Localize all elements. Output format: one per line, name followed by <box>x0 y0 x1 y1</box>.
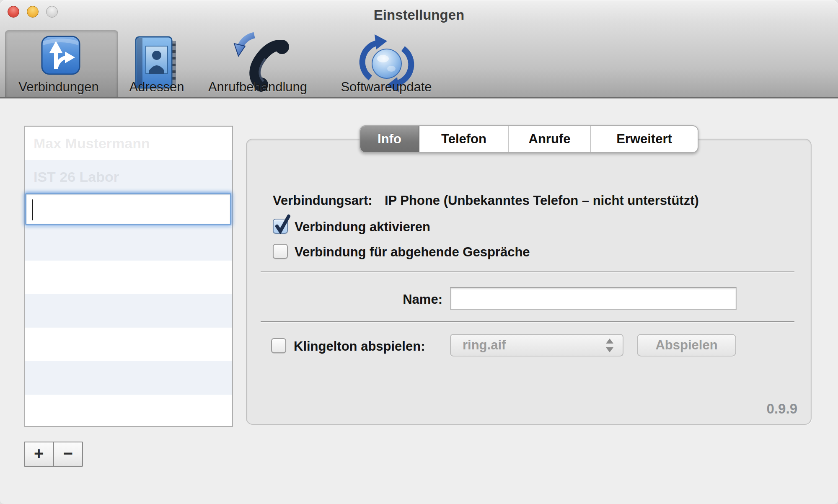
text-caret <box>32 199 33 220</box>
tab-erweitert[interactable]: Erweitert <box>591 126 698 152</box>
list-row[interactable] <box>25 361 232 395</box>
connection-type-value: IP Phone (Unbekanntes Telefon – nicht un… <box>385 193 699 208</box>
preferences-window: Einstellungen Verbindungen <box>0 0 838 504</box>
name-field-wrap <box>450 287 737 310</box>
outgoing-connection-checkbox[interactable] <box>273 244 288 259</box>
name-label: Name: <box>359 292 442 307</box>
outgoing-connection-label: Verbindung für abgehende Gespräche <box>295 245 530 260</box>
popup-stepper-icon <box>606 339 613 353</box>
connection-type-row: Verbindungsart: <box>273 193 372 208</box>
window-header: Einstellungen Verbindungen <box>0 0 838 98</box>
version-text: 0.9.9 <box>630 401 797 417</box>
add-connection-button[interactable]: + <box>25 442 54 466</box>
toolbar-item-label: Anrufbehandlung <box>197 79 318 96</box>
separator <box>261 271 794 272</box>
list-action-buttons: + − <box>24 442 83 467</box>
tab-anrufe[interactable]: Anrufe <box>509 126 591 152</box>
list-row[interactable] <box>25 227 232 261</box>
list-item-connection[interactable]: IST 26 Labor <box>34 160 119 194</box>
connection-type-label: Verbindungsart: <box>273 193 372 208</box>
play-ringtone-checkbox[interactable] <box>271 338 286 353</box>
connection-name-edit-input[interactable] <box>31 197 225 222</box>
play-button[interactable]: Abspielen <box>637 334 736 357</box>
ringtone-select[interactable]: ring.aif <box>450 334 623 357</box>
separator <box>261 321 794 322</box>
activate-connection-checkbox[interactable] <box>273 219 288 234</box>
toolbar-item-label: Softwareupdate <box>325 79 448 96</box>
toolbar-item-label: Verbindungen <box>5 79 112 96</box>
toolbar-item-label: Adressen <box>123 79 190 96</box>
connections-list[interactable]: Max Mustermann IST 26 Labor <box>24 126 233 427</box>
settings-pane <box>246 139 812 425</box>
play-ringtone-label: Klingelton abspielen: <box>294 339 425 354</box>
tab-info[interactable]: Info <box>360 126 419 152</box>
new-connection-edit-cell[interactable] <box>25 193 231 225</box>
directions-arrows-icon <box>41 35 81 75</box>
checkmark-icon <box>273 214 291 234</box>
name-input[interactable] <box>451 288 736 309</box>
tab-bar: Info Telefon Anrufe Erweitert <box>360 125 698 153</box>
list-row[interactable] <box>25 294 232 328</box>
list-item-connection[interactable]: Max Mustermann <box>34 127 150 160</box>
ringtone-selected-value: ring.aif <box>463 335 506 356</box>
activate-connection-label: Verbindung aktivieren <box>295 220 430 235</box>
remove-connection-button[interactable]: − <box>54 442 83 466</box>
tab-telefon[interactable]: Telefon <box>419 126 509 152</box>
window-title: Einstellungen <box>0 7 838 23</box>
